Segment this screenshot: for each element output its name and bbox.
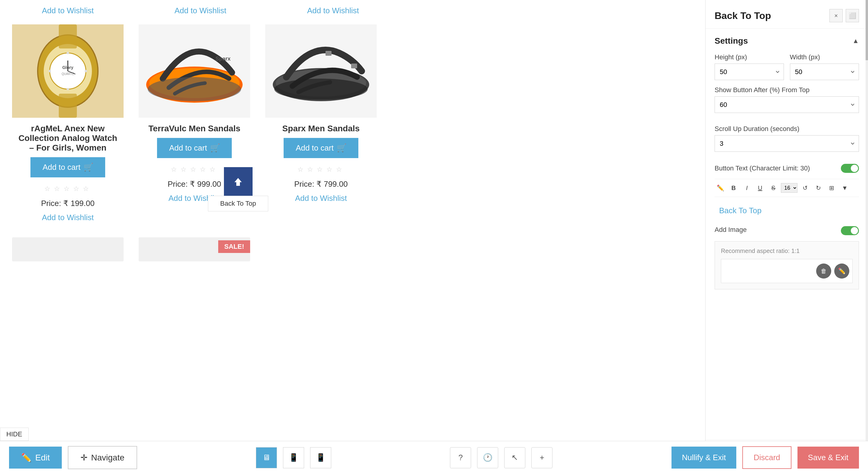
add-to-cart-btn-sandal-orange[interactable]: Add to cart 🛒 — [157, 138, 232, 158]
cart-icon-3: 🛒 — [337, 143, 346, 153]
settings-collapse-icon[interactable]: ▲ — [852, 37, 859, 45]
tablet-view-btn[interactable]: 📱 — [283, 447, 304, 468]
panel-header: Back To Top × ⬜ — [706, 0, 868, 29]
svg-rect-22 — [326, 51, 332, 56]
help-btn[interactable]: ? — [450, 447, 471, 468]
cart-icon-2: 🛒 — [210, 143, 220, 153]
cart-icon-1: 🛒 — [84, 163, 93, 172]
back-to-top-square-btn[interactable] — [224, 167, 253, 196]
wishlist-bottom-link-watch[interactable]: Add to Wishlist — [42, 213, 94, 222]
undo-btn[interactable]: ↺ — [799, 182, 811, 194]
svg-rect-13 — [59, 94, 77, 118]
height-select[interactable]: 50 — [715, 64, 784, 80]
italic-btn[interactable]: I — [741, 182, 752, 194]
product-title-sandal-black: Sparx Men Sandals — [282, 124, 360, 133]
svg-point-8 — [67, 52, 69, 54]
back-to-top-widget[interactable]: Back To Top — [208, 167, 268, 211]
height-group: Height (px) 50 — [715, 53, 784, 80]
hide-label[interactable]: HIDE — [0, 428, 29, 441]
scroll-duration-select[interactable]: 3 — [715, 135, 859, 152]
edit-icon: ✏️ — [21, 452, 32, 463]
button-text-toggle[interactable] — [841, 164, 859, 173]
product-price-sandal-black: Price: ₹ 799.00 — [294, 179, 347, 189]
special-btn[interactable]: ⊞ — [826, 182, 837, 194]
edit-icon-btn[interactable]: ✏️ — [715, 182, 726, 194]
panel-scrollbar[interactable] — [866, 0, 868, 474]
svg-point-24 — [274, 78, 368, 100]
editor-toolbar: ✏️ B I U S 16 ↺ ↻ ⊞ ▼ — [715, 179, 859, 197]
discard-button[interactable]: Discard — [742, 446, 791, 469]
navigate-button[interactable]: ✛ Navigate — [68, 446, 137, 469]
add-image-toggle-row: Add Image — [715, 226, 859, 235]
navigate-icon: ✛ — [81, 452, 87, 463]
scroll-duration-group: Scroll Up Duration (seconds) 3 — [715, 125, 859, 158]
editor-text-link[interactable]: Back To Top — [719, 206, 762, 215]
bottom-toolbar: ✏️ Edit ✛ Navigate 🖥 📱 📱 ? 🕐 ↖ + Nullify… — [0, 441, 868, 474]
edit-image-btn[interactable]: ✏️ — [834, 264, 849, 278]
edit-button[interactable]: ✏️ Edit — [9, 447, 62, 469]
sale-badge: SALE! — [218, 240, 250, 253]
cursor-btn[interactable]: ↖ — [504, 447, 525, 468]
settings-title: Settings — [715, 36, 748, 46]
settings-section-header: Settings ▲ — [715, 36, 859, 46]
star-rating-watch: ☆ ☆ ☆ ☆ ☆ — [44, 185, 91, 193]
right-panel: Back To Top × ⬜ Settings ▲ Height (px) 5… — [705, 0, 868, 474]
dropdown-btn[interactable]: ▼ — [839, 182, 850, 194]
show-button-label: Show Button After (%) From Top — [715, 86, 859, 94]
font-size-select[interactable]: 16 — [781, 183, 798, 193]
scroll-duration-label: Scroll Up Duration (seconds) — [715, 125, 859, 133]
strikethrough-btn[interactable]: S — [768, 182, 779, 194]
desktop-view-btn[interactable]: 🖥 — [256, 447, 277, 468]
wishlist-top-link-1[interactable]: Add to Wishlist — [42, 6, 94, 15]
expand-panel-button[interactable]: ⬜ — [846, 9, 859, 22]
height-label: Height (px) — [715, 53, 784, 61]
image-upload-box: Recommend aspect ratio: 1:1 🗑 ✏️ — [715, 241, 859, 290]
add-to-cart-btn-watch[interactable]: Add to cart 🛒 — [30, 157, 105, 177]
svg-rect-23 — [351, 64, 357, 68]
add-element-btn[interactable]: + — [531, 447, 553, 468]
svg-rect-25 — [236, 182, 240, 186]
back-to-top-label: Back To Top — [208, 196, 268, 211]
svg-point-11 — [85, 70, 87, 72]
panel-title: Back To Top — [715, 10, 771, 22]
underline-btn[interactable]: U — [754, 182, 766, 194]
star-rating-sandal-black: ☆ ☆ ☆ ☆ ☆ — [298, 166, 344, 174]
svg-rect-12 — [59, 24, 77, 48]
bold-btn[interactable]: B — [728, 182, 739, 194]
wishlist-bottom-link-sandal-black[interactable]: Add to Wishlist — [295, 194, 347, 203]
close-panel-button[interactable]: × — [830, 9, 843, 22]
wishlist-top-link-2[interactable]: Add to Wishlist — [175, 6, 226, 15]
mobile-icon: 📱 — [316, 453, 326, 462]
add-image-toggle[interactable] — [841, 226, 859, 235]
svg-point-10 — [49, 70, 51, 72]
product-image-watch: Glory QUARTZ — [12, 24, 124, 118]
image-upload-hint: Recommend aspect ratio: 1:1 — [721, 247, 852, 255]
height-width-row: Height (px) 50 Width (px) 50 — [715, 53, 859, 80]
product-card-sandal-black: Sparx Men Sandals Add to cart 🛒 ☆ ☆ ☆ ☆ … — [265, 22, 377, 206]
show-button-select[interactable]: 60 — [715, 96, 859, 113]
wishlist-top-link-3[interactable]: Add to Wishlist — [307, 6, 359, 15]
desktop-icon: 🖥 — [262, 453, 270, 462]
svg-point-17 — [148, 77, 241, 101]
image-upload-inner: 🗑 ✏️ — [721, 259, 852, 283]
delete-image-btn[interactable]: 🗑 — [816, 264, 831, 278]
product-price-watch: Price: ₹ 199.00 — [41, 199, 94, 208]
redo-btn[interactable]: ↻ — [812, 182, 824, 194]
mobile-view-btn[interactable]: 📱 — [310, 447, 331, 468]
nullify-exit-button[interactable]: Nullify & Exit — [672, 447, 737, 469]
button-text-toggle-row: Button Text (Character Limit: 30) — [715, 164, 859, 173]
save-exit-button[interactable]: Save & Exit — [798, 447, 859, 469]
width-select[interactable]: 50 — [790, 64, 859, 80]
add-image-label: Add Image — [715, 226, 747, 234]
width-group: Width (px) 50 — [790, 53, 859, 80]
product-title-watch: rAgMeL Anex New Collection Analog Watch … — [15, 124, 121, 153]
tablet-icon: 📱 — [289, 453, 299, 462]
history-btn[interactable]: 🕐 — [477, 447, 498, 468]
add-image-section: Add Image Recommend aspect ratio: 1:1 🗑 … — [715, 226, 859, 290]
panel-body: Settings ▲ Height (px) 50 Width (px) 50 — [706, 29, 868, 440]
editor-text-area: Back To Top — [715, 201, 859, 220]
svg-text:Sparx: Sparx — [216, 56, 230, 62]
scroll-thumb[interactable] — [866, 0, 868, 60]
add-to-cart-btn-sandal-black[interactable]: Add to cart 🛒 — [284, 138, 358, 158]
width-label: Width (px) — [790, 53, 859, 61]
